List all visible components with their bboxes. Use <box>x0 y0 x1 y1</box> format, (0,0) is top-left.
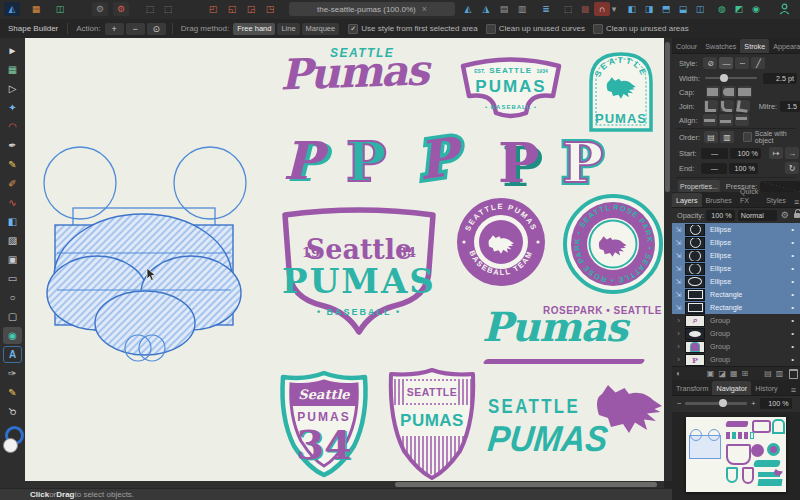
canvas[interactable]: SEATTLE Pumas EST. SEATTLE 1934 PUMAS • … <box>25 38 664 481</box>
affinity-designer-logo-icon[interactable]: ◭ <box>4 2 20 16</box>
layer-row[interactable]: ⇲ Rectangle • <box>672 288 800 301</box>
tab-history[interactable]: History <box>751 381 781 395</box>
order-backward-icon[interactable]: ▥ <box>514 2 530 16</box>
layer-visibility-dot[interactable]: • <box>791 329 794 338</box>
flip-horizontal-icon[interactable]: ◭ <box>460 2 476 16</box>
boolean-add-icon[interactable]: ◧ <box>624 2 640 16</box>
text-tool[interactable]: A <box>3 346 22 363</box>
layer-visibility-dot[interactable]: • <box>791 303 794 312</box>
properties-button[interactable]: Properties... <box>678 180 720 192</box>
align-centre-button[interactable] <box>703 114 717 126</box>
end-scale-field[interactable]: 100 % <box>729 163 758 174</box>
navigator-thumbnail[interactable] <box>686 417 786 492</box>
colour-tag-icon[interactable]: ◐ <box>676 369 681 378</box>
logo-banner-badge[interactable]: EST. SEATTLE 1934 PUMAS • BASEBALL • <box>450 48 572 130</box>
geometry-insert-1-icon[interactable]: ◍ <box>714 2 730 16</box>
scale-with-object-checkbox[interactable] <box>743 132 752 142</box>
horizontal-scrollbar[interactable] <box>25 481 664 488</box>
logo-rosepark-wordmark[interactable]: ROSEPARK • SEATTLE Pumas <box>480 303 664 375</box>
layer-row[interactable]: ⇲ Rectangle • <box>672 301 800 314</box>
swap-pointers-button[interactable]: ↦ <box>769 147 783 159</box>
align-outside-button[interactable] <box>735 114 749 126</box>
lock-icon[interactable] <box>794 213 800 218</box>
cap-round-button[interactable] <box>722 86 736 98</box>
logo-circle-badge-rosepark[interactable]: ROSE PARK • SEATTLE • ROSE PARK • SEATTL… <box>562 193 664 295</box>
tab-styles[interactable]: Styles <box>762 193 790 207</box>
expand-caret-icon[interactable]: › <box>672 355 685 364</box>
pen-tool[interactable]: ✒ <box>3 137 22 154</box>
tab-brushes[interactable]: Brushes <box>702 193 736 207</box>
pointer-direction-button[interactable]: → <box>785 147 799 159</box>
adjustment-layer-icon[interactable]: ◪ <box>718 369 726 378</box>
letter-p-1[interactable]: P <box>283 130 322 191</box>
layer-row[interactable]: › P Group • <box>672 314 800 327</box>
layers-panel-menu-icon[interactable]: ≡ <box>790 197 800 207</box>
tab-transform[interactable]: Transform <box>672 381 712 395</box>
layer-drag-icon[interactable]: ⇲ <box>672 226 685 234</box>
point-transform-tool[interactable]: ✦ <box>3 99 22 116</box>
cleanup-areas-checkbox[interactable] <box>593 24 603 34</box>
node-tool[interactable]: ▷ <box>3 80 22 97</box>
tab-quick-fx[interactable]: Quick FX <box>736 184 762 207</box>
logo-striped-shield[interactable]: SEATTLE PUMAS <box>385 366 479 481</box>
selection-box-alt-icon[interactable]: ⬚ <box>160 2 176 16</box>
width-slider[interactable] <box>705 77 757 79</box>
tab-stroke[interactable]: Stroke <box>740 39 769 53</box>
stroke-solid-button[interactable]: — <box>719 57 733 69</box>
logo-block-wordmark[interactable]: SEATTLE PUMAS <box>488 386 664 481</box>
tab-layers[interactable]: Layers <box>672 193 702 207</box>
alignment-icon[interactable]: ≣ <box>538 2 554 16</box>
layer-drag-icon[interactable]: ⇲ <box>672 304 685 312</box>
drag-mode-line[interactable]: Line <box>277 23 299 35</box>
layer-visibility-dot[interactable]: • <box>791 290 794 299</box>
colour-picker-tool[interactable]: ✎ <box>3 384 22 401</box>
expand-caret-icon[interactable]: › <box>672 342 685 351</box>
move-tool[interactable]: ► <box>3 42 22 59</box>
reset-pointers-button[interactable]: ↻ <box>785 162 799 174</box>
shape-builder-tool[interactable]: ◉ <box>3 327 22 344</box>
pencil-tool[interactable]: ✎ <box>3 156 22 173</box>
order-op-1-icon[interactable]: ◰ <box>205 2 221 16</box>
logo-crest-shield[interactable]: 19 Seattle 34 PUMAS • BASEBALL • <box>273 201 445 343</box>
layer-drag-icon[interactable]: ⇲ <box>672 265 685 273</box>
letter-p-3[interactable]: P <box>414 126 461 192</box>
order-forward-icon[interactable]: ▤ <box>496 2 512 16</box>
layer-visibility-dot[interactable]: • <box>791 316 794 325</box>
zoom-out-icon[interactable]: − <box>677 399 681 408</box>
insert-inside-icon[interactable]: ▥ <box>776 369 784 378</box>
vector-brush-tool[interactable]: ∿ <box>3 194 22 211</box>
transform-origin-icon[interactable]: ⬚ <box>560 2 576 16</box>
horizontal-scrollbar-thumb[interactable] <box>395 482 657 487</box>
expand-caret-icon[interactable]: › <box>672 329 685 338</box>
align-inside-button[interactable] <box>719 114 733 126</box>
action-combine-button[interactable]: ⊙ <box>147 23 166 35</box>
snap-toggle-icon[interactable]: ▩ <box>577 2 593 16</box>
layer-row[interactable]: ⇲ Ellipse • <box>672 223 800 236</box>
join-mitre-button[interactable] <box>704 100 718 112</box>
geometry-insert-3-icon[interactable]: ◉ <box>748 2 764 16</box>
shape-builder-wireframe[interactable] <box>35 138 273 380</box>
cap-butt-button[interactable] <box>706 86 720 98</box>
layer-visibility-dot[interactable]: • <box>791 355 794 364</box>
layer-drag-icon[interactable]: ⇲ <box>672 278 685 286</box>
zoom-in-icon[interactable]: + <box>751 399 755 408</box>
vector-crop-tool[interactable]: ▣ <box>3 251 22 268</box>
vertical-scrollbar[interactable] <box>664 38 672 481</box>
selection-box-icon[interactable]: ⬚ <box>142 2 158 16</box>
letter-p-2[interactable]: P <box>346 130 387 194</box>
stroke-dash-button[interactable]: ┄ <box>735 57 749 69</box>
layer-row[interactable]: ⇲ Ellipse • <box>672 275 800 288</box>
drag-mode-marquee[interactable]: Marquee <box>302 23 340 35</box>
layer-visibility-dot[interactable]: • <box>791 277 794 286</box>
logo-arch-badge[interactable]: SEATTLE PUMAS <box>583 44 659 136</box>
order-op-3-icon[interactable]: ◲ <box>243 2 259 16</box>
tab-appearance[interactable]: Appearance <box>769 39 800 53</box>
rectangle-tool[interactable]: ▭ <box>3 270 22 287</box>
pressure-profile-field[interactable] <box>760 181 800 192</box>
order-op-4-icon[interactable]: ◳ <box>262 2 278 16</box>
letter-p-studies[interactable]: P P P P P P P <box>280 130 664 198</box>
layer-row[interactable]: ⇲ Ellipse • <box>672 262 800 275</box>
settings-gear-icon[interactable]: ⚙ <box>92 2 108 16</box>
export-persona-icon[interactable]: ◫ <box>52 2 68 16</box>
preferences-gear-icon[interactable]: ⚙ <box>113 2 129 16</box>
